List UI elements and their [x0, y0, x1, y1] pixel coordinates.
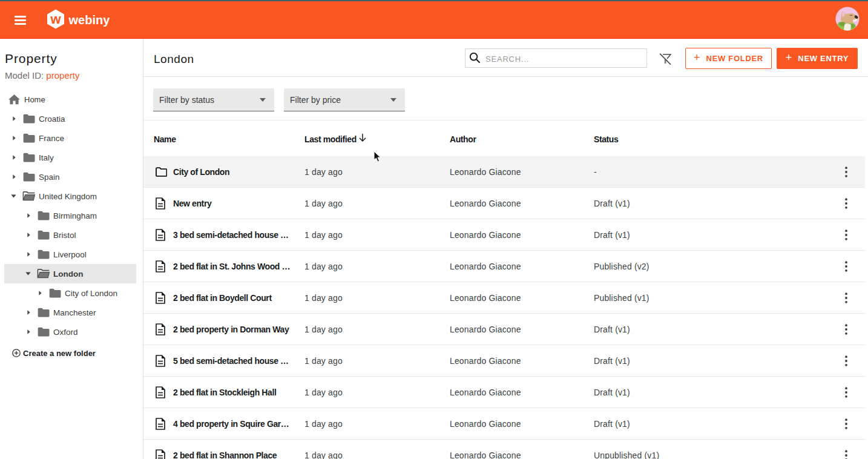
- svg-text:w: w: [50, 12, 61, 27]
- svg-text:webiny: webiny: [68, 13, 111, 27]
